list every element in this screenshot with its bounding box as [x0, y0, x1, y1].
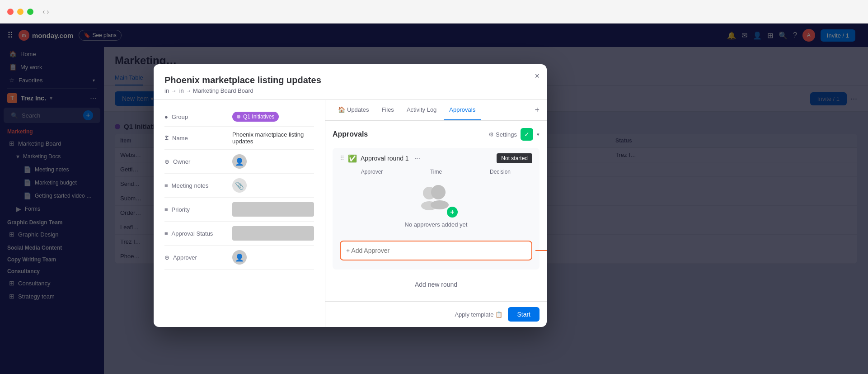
svg-point-3	[431, 200, 449, 209]
priority-icon: ≡	[164, 206, 168, 213]
pill-dot	[237, 115, 240, 118]
approver-icon: ⊕	[164, 254, 169, 261]
group-field-value[interactable]: Q1 Initiatives	[232, 112, 314, 122]
approval-bottom-bar: Apply template 📋 Start	[325, 301, 547, 327]
dialog-header: Phoenix marketplace listing updates in →…	[154, 64, 547, 100]
name-field-label: 𝕿 Name	[164, 134, 232, 142]
template-icon: 📋	[495, 311, 502, 318]
bottom-right-actions: Apply template 📋 Start	[455, 307, 540, 322]
form-row-name: 𝕿 Name Phoenix marketplace listing updat…	[164, 127, 314, 150]
priority-field-label: ≡ Priority	[164, 206, 232, 213]
minimize-button[interactable]	[17, 9, 23, 15]
apply-template-label: Apply template	[455, 311, 493, 318]
group-pill-text: Q1 Initiatives	[243, 114, 274, 120]
approval-status-field-value[interactable]	[232, 226, 314, 241]
approvals-panel: Approvals ⚙ Settings ✓ ▾	[325, 121, 547, 301]
meeting-notes-field-value[interactable]: 📎	[232, 178, 314, 193]
form-row-approver: ⊕ Approver 👤	[164, 246, 314, 270]
not-started-badge: Not started	[497, 153, 532, 163]
approver-field-value[interactable]: 👤	[232, 250, 314, 265]
group-field-label: ● Group	[164, 114, 232, 120]
decision-col-header: Decision	[468, 169, 532, 175]
approver-avatar: 👤	[232, 250, 247, 265]
name-text: Phoenix marketplace listing updates	[232, 131, 304, 145]
add-new-round-button[interactable]: Add new round	[415, 281, 457, 288]
dialog-subtitle: in → in → Marketing Board Board	[164, 87, 536, 94]
close-button[interactable]	[7, 9, 14, 15]
approvals-title: Approvals	[333, 130, 368, 138]
priority-field-value[interactable]	[232, 202, 314, 217]
name-field-value[interactable]: Phoenix marketplace listing updates	[232, 131, 314, 145]
round-more-icon[interactable]: ···	[414, 154, 420, 162]
round-title: Approval round 1	[361, 155, 409, 162]
approval-status-bar	[232, 226, 314, 241]
updates-tab-label: Updates	[347, 106, 369, 113]
apply-template-button[interactable]: Apply template 📋	[455, 311, 502, 318]
dialog-close-button[interactable]: ×	[535, 71, 540, 81]
form-row-meeting-notes: ≡ Meeting notes 📎	[164, 174, 314, 198]
modal-overlay: × Phoenix marketplace listing updates in…	[0, 24, 868, 374]
settings-icon: ⚙	[488, 131, 494, 138]
home-tab-icon: 🏠	[338, 106, 345, 113]
form-section: ● Group Q1 Initiatives	[154, 100, 325, 327]
files-tab-label: Files	[381, 106, 394, 113]
form-row-approval-status: ≡ Approval Status	[164, 222, 314, 246]
meeting-notes-field-label: ≡ Meeting notes	[164, 182, 232, 189]
tab-files[interactable]: Files	[376, 100, 399, 120]
drag-handle-icon[interactable]: ⠿	[340, 155, 344, 162]
window-chrome: ‹›	[0, 0, 868, 24]
start-button[interactable]: Start	[508, 307, 540, 322]
group-icon: ●	[164, 114, 168, 120]
tab-activity-log[interactable]: Activity Log	[401, 100, 442, 120]
add-round-section: Add new round	[333, 275, 540, 294]
form-row-priority: ≡ Priority	[164, 198, 314, 222]
approval-round: ⠿ ✅ Approval round 1 ··· Not started App…	[333, 148, 540, 270]
dialog-left-panel: ● Group Q1 Initiatives	[154, 100, 325, 327]
approvals-header: Approvals ⚙ Settings ✓ ▾	[333, 128, 540, 141]
dialog-right-panel: 🏠 Updates Files Activity Log Approvals +	[325, 100, 547, 327]
round-header: ⠿ ✅ Approval round 1 ··· Not started	[340, 153, 532, 163]
dropdown-arrow-icon[interactable]: ▾	[537, 132, 540, 137]
owner-field-value[interactable]: 👤	[232, 154, 314, 169]
add-approver-field[interactable]	[340, 241, 532, 260]
no-approvers-icon: +	[418, 184, 454, 218]
item-detail-dialog: × Phoenix marketplace listing updates in…	[154, 64, 547, 327]
subtitle-arrow-icon: in →	[164, 87, 177, 94]
approvals-actions: ⚙ Settings ✓ ▾	[488, 128, 540, 141]
tab-approvals[interactable]: Approvals	[444, 100, 481, 120]
settings-label: Settings	[496, 131, 517, 138]
check-button[interactable]: ✓	[521, 128, 533, 141]
add-approver-input[interactable]	[346, 242, 526, 259]
f-annotation: F	[535, 243, 547, 258]
form-row-owner: ⊕ Owner 👤	[164, 150, 314, 174]
name-icon: 𝕿	[164, 134, 169, 142]
no-approvers-section: + No approvers added yet	[340, 175, 532, 237]
round-check-icon: ✅	[348, 154, 357, 163]
round-columns: Approver Time Decision	[340, 169, 532, 175]
add-approver-container-wrapper: F	[340, 241, 532, 260]
owner-icon: ⊕	[164, 158, 169, 165]
settings-button[interactable]: ⚙ Settings	[488, 131, 517, 138]
meeting-notes-avatar: 📎	[232, 178, 247, 193]
owner-field-label: ⊕ Owner	[164, 158, 232, 165]
no-approvers-text: No approvers added yet	[405, 221, 468, 228]
subtitle-text: in → Marketing Board Board	[179, 87, 253, 94]
nav-arrows[interactable]: ‹›	[42, 8, 49, 16]
form-row-group: ● Group Q1 Initiatives	[164, 107, 314, 127]
add-approver-plus-icon[interactable]: +	[447, 207, 458, 218]
approver-col-header: Approver	[340, 169, 404, 175]
priority-bar	[232, 202, 314, 217]
approvals-tab-label: Approvals	[449, 106, 475, 113]
owner-avatar: 👤	[232, 154, 247, 169]
add-tab-icon[interactable]: +	[535, 105, 540, 115]
dialog-body: ● Group Q1 Initiatives	[154, 100, 547, 327]
tab-updates[interactable]: 🏠 Updates	[333, 100, 374, 120]
approval-status-icon: ≡	[164, 230, 168, 237]
maximize-button[interactable]	[27, 9, 33, 15]
dialog-tabs: 🏠 Updates Files Activity Log Approvals +	[325, 100, 547, 121]
arrow-line	[535, 250, 547, 251]
meeting-notes-icon: ≡	[164, 182, 168, 189]
approval-status-field-label: ≡ Approval Status	[164, 230, 232, 237]
time-col-header: Time	[404, 169, 468, 175]
activity-log-tab-label: Activity Log	[407, 106, 436, 113]
